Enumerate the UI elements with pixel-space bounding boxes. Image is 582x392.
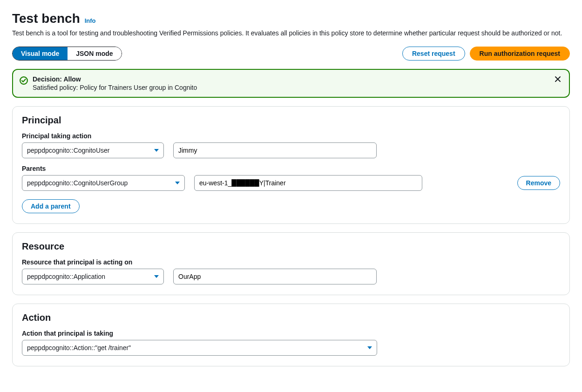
principal-type-value: peppdpcognito::CognitoUser [27,147,109,154]
parent-value-input-wrapper [194,175,422,191]
resource-card: Resource Resource that principal is acti… [12,232,570,295]
close-alert-button[interactable] [553,75,562,85]
check-circle-icon [20,76,28,85]
info-link[interactable]: Info [85,17,96,24]
add-parent-button[interactable]: Add a parent [22,199,80,213]
caret-down-icon [367,346,372,349]
decision-alert: Decision: Allow Satisfied policy: Policy… [12,69,570,98]
mode-toggle: Visual mode JSON mode [12,47,122,61]
caret-down-icon [175,182,180,184]
caret-down-icon [154,275,159,278]
principal-taking-action-label: Principal taking action [22,132,560,140]
close-icon [554,75,562,83]
resource-acting-on-label: Resource that principal is acting on [22,258,560,266]
principal-name-input-wrapper [173,142,377,158]
satisfied-policy-text: Satisfied policy: Policy for Trainers Us… [33,84,548,91]
action-card: Action Action that principal is taking p… [12,304,570,366]
json-mode-button[interactable]: JSON mode [68,47,121,60]
page-description: Test bench is a tool for testing and tro… [12,29,570,38]
visual-mode-button[interactable]: Visual mode [13,47,68,60]
resource-heading: Resource [22,241,560,252]
resource-type-value: peppdpcognito::Application [27,273,105,280]
action-heading: Action [22,312,560,323]
parent-type-select[interactable]: peppdpcognito::CognitoUserGroup [22,175,185,191]
parents-label: Parents [22,165,560,172]
parent-type-value: peppdpcognito::CognitoUserGroup [27,179,128,187]
toolbar: Visual mode JSON mode Reset request Run … [12,47,570,61]
principal-card: Principal Principal taking action peppdp… [12,106,570,224]
resource-type-select[interactable]: peppdpcognito::Application [22,269,164,284]
resource-name-input[interactable] [178,273,372,280]
parent-value-input[interactable] [199,179,417,187]
run-authorization-button[interactable]: Run authorization request [470,47,570,61]
page-title: Test bench [12,11,80,26]
action-select[interactable]: peppdpcognito::Action::"get /trainer" [22,340,377,356]
principal-heading: Principal [22,115,560,126]
remove-parent-button[interactable]: Remove [517,176,560,190]
action-taking-label: Action that principal is taking [22,330,560,337]
reset-request-button[interactable]: Reset request [402,47,465,61]
principal-name-input[interactable] [178,147,372,154]
action-value: peppdpcognito::Action::"get /trainer" [27,344,131,351]
principal-type-select[interactable]: peppdpcognito::CognitoUser [22,142,164,158]
resource-name-input-wrapper [173,269,377,284]
decision-text: Decision: Allow [33,75,548,83]
caret-down-icon [154,149,159,152]
